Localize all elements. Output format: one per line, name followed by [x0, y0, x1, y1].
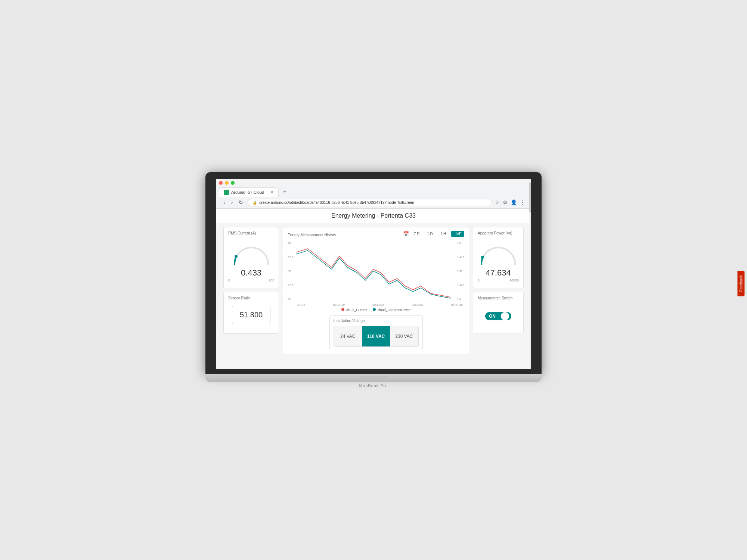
measurement-toggle-switch[interactable]: ON	[485, 312, 511, 320]
chart-x-axis: UTC-6 09:14:20 09:14:25 09:14:30 09:14:3…	[288, 303, 464, 307]
apparent-power-label: Apparent Power (Va)	[478, 231, 519, 235]
chart-legend: cloud_Current cloud_ApparentPower	[288, 308, 464, 312]
svg-point-0	[235, 255, 238, 258]
rms-current-label: RMS Current (A)	[228, 231, 274, 235]
apparent-power-gauge: 47.634 0 20000	[478, 238, 519, 284]
legend-apparent-power: cloud_ApparentPower	[373, 308, 411, 312]
main-layout: RMS Current (A) 0.433	[223, 227, 524, 354]
rms-current-value: 0.433	[241, 268, 261, 278]
chart-svg	[296, 241, 455, 301]
dashboard-title-bar: Energy Metering - Portenta C33	[216, 209, 531, 223]
tabs-row: Arduino IoT Cloud ✕ +	[219, 187, 528, 197]
chart-controls: 📅 7 D 1 D 1 H LIVE	[403, 231, 464, 237]
toggle-state-label: ON	[489, 314, 496, 319]
right-panel: Apparent Power (Va) 47.634 0	[473, 227, 524, 354]
y-axis-right: 0.5 0.475 0.45 0.425 0.4	[456, 241, 464, 301]
measurement-switch-label: Measurement Switch	[478, 296, 519, 300]
forward-button[interactable]: ›	[230, 199, 235, 206]
profile-icon[interactable]: 👤	[511, 199, 517, 205]
rms-current-gauge: 0.433 0 100	[228, 238, 274, 284]
legend-current: cloud_Current	[341, 308, 368, 312]
svg-point-6	[481, 256, 484, 259]
chart-label: Energy Measurement History	[288, 233, 336, 237]
screen-bezel: Arduino IoT Cloud ✕ + ‹ › ↻ 🔒 create.ard…	[205, 172, 542, 374]
sensor-ratio-label: Sensor Ratio	[228, 296, 274, 300]
voltage-230vac[interactable]: 230 VAC	[390, 326, 418, 346]
tab-title: Arduino IoT Cloud	[231, 190, 264, 195]
switch-container: ON	[478, 303, 519, 329]
middle-panel: Energy Measurement History 📅 7 D 1 D 1 H…	[283, 227, 469, 354]
scroll-thumb[interactable]	[529, 183, 531, 212]
gauge-min: 0	[228, 279, 230, 282]
chrome-browser-bar: Arduino IoT Cloud ✕ + ‹ › ↻ 🔒 create.ard…	[216, 179, 531, 209]
apparent-power-value: 47.634	[486, 268, 511, 278]
browser-tab[interactable]: Arduino IoT Cloud ✕	[219, 187, 279, 197]
chart-1d-button[interactable]: 1 D	[424, 231, 436, 237]
chart-calendar-icon[interactable]: 📅	[403, 231, 409, 237]
sensor-ratio-widget: Sensor Ratio 51.800	[223, 292, 279, 334]
maximize-window-button[interactable]	[231, 181, 235, 185]
bookmark-icon[interactable]: ☆	[495, 199, 500, 205]
url-input[interactable]: 🔒 create.arduino.cc/iot/dashboards/fa460…	[248, 199, 492, 206]
measurement-switch-widget: Measurement Switch ON	[473, 292, 524, 333]
installation-voltage-widget: Installation Voltage 24 VAC 110 VAC 230 …	[329, 315, 423, 350]
energy-chart-widget: Energy Measurement History 📅 7 D 1 D 1 H…	[283, 227, 469, 354]
voltage-110vac[interactable]: 110 VAC	[362, 326, 390, 346]
scrollbar[interactable]	[529, 179, 531, 369]
tab-close-icon[interactable]: ✕	[270, 190, 274, 195]
close-window-button[interactable]	[219, 181, 223, 185]
apparent-power-gauge-svg	[478, 242, 519, 266]
tab-favicon	[224, 190, 229, 195]
address-bar: ‹ › ↻ 🔒 create.arduino.cc/iot/dashboards…	[219, 197, 528, 208]
laptop-notch	[359, 376, 388, 380]
chart-7d-button[interactable]: 7 D	[411, 231, 422, 237]
browser-window: Arduino IoT Cloud ✕ + ‹ › ↻ 🔒 create.ard…	[216, 179, 531, 369]
sensor-ratio-value: 51.800	[232, 306, 270, 324]
voltage-label: Installation Voltage	[334, 319, 419, 323]
gauge-range: 0 100	[228, 279, 274, 282]
chart-1h-button[interactable]: 1 H	[438, 231, 449, 237]
new-tab-button[interactable]: +	[280, 187, 289, 197]
chart-x-labels: UTC-6 09:14:20 09:14:25 09:14:30 09:14:3…	[295, 303, 464, 307]
reload-button[interactable]: ↻	[237, 199, 245, 206]
menu-icon[interactable]: ⋮	[520, 199, 525, 205]
extensions-icon[interactable]: ⚙	[503, 199, 508, 205]
apparent-power-min: 0	[478, 279, 480, 282]
y-axis-left: 55 52.5 50 47.5 45	[288, 241, 294, 301]
legend-current-dot	[341, 308, 344, 311]
macbook-label: MacBook Pro	[205, 383, 542, 388]
bottom-center-voltage: Installation Voltage 24 VAC 110 VAC 230 …	[288, 315, 464, 350]
chart-live-button[interactable]: LIVE	[451, 231, 464, 237]
toggle-circle	[501, 312, 509, 320]
lock-icon: 🔒	[252, 200, 257, 205]
feedback-tab[interactable]: Feedback	[738, 271, 745, 296]
voltage-24vac[interactable]: 24 VAC	[334, 326, 362, 346]
apparent-power-widget: Apparent Power (Va) 47.634 0	[473, 227, 524, 288]
gauge-max: 100	[269, 279, 274, 282]
url-text: create.arduino.cc/iot/dashboards/fa46011…	[259, 200, 414, 205]
legend-power-dot	[373, 308, 376, 311]
voltage-options: 24 VAC 110 VAC 230 VAC	[334, 326, 419, 347]
back-button[interactable]: ‹	[222, 199, 227, 206]
apparent-power-max: 20000	[509, 279, 519, 282]
chart-with-axes: 55 52.5 50 47.5 45	[288, 241, 464, 302]
laptop-shell: Arduino IoT Cloud ✕ + ‹ › ↻ 🔒 create.ard…	[205, 172, 542, 388]
window-controls	[219, 181, 528, 185]
chart-timezone: UTC-6	[297, 303, 306, 307]
gauge-svg	[231, 242, 272, 266]
laptop-base	[205, 374, 542, 382]
apparent-power-range: 0 20000	[478, 279, 519, 282]
dashboard-content: Energy Metering - Portenta C33 RMS Curre…	[216, 209, 531, 369]
minimize-window-button[interactable]	[225, 181, 229, 185]
rms-current-widget: RMS Current (A) 0.433	[223, 227, 279, 288]
browser-actions: ☆ ⚙ 👤 ⋮	[495, 199, 525, 205]
left-panel: RMS Current (A) 0.433	[223, 227, 279, 354]
dashboard-title: Energy Metering - Portenta C33	[331, 212, 416, 219]
chart-svg-container	[296, 241, 455, 302]
